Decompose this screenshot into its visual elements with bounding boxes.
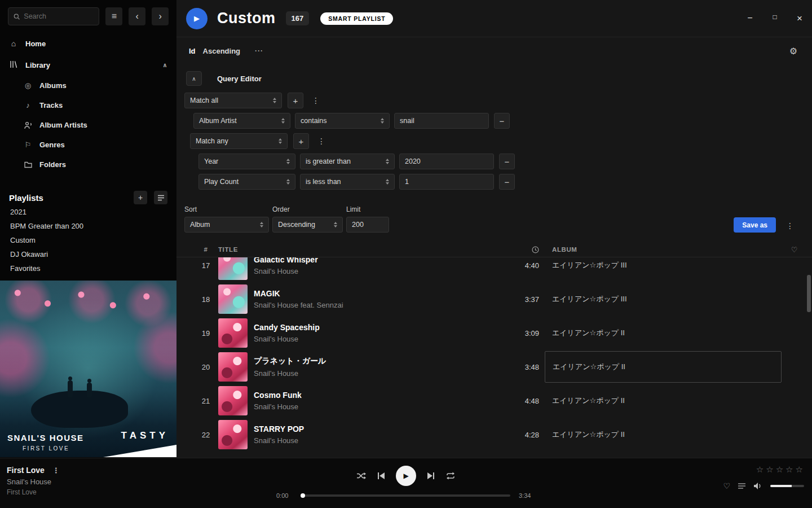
sort-options-row: Sort Album Order Descending Limit Save a… [176,205,812,233]
track-row[interactable]: 22 STARRY POP Snail's House 4:28 エイリアン☆ポ… [176,418,812,452]
rule-value-input[interactable] [394,113,489,129]
rule-operator-select[interactable]: is less than [300,174,395,190]
now-playing-album: First Love [7,488,60,496]
sidebar-item-genres[interactable]: ⚐ Genres [0,135,176,155]
track-row[interactable]: 17 Galactic Whisper Snail's House 4:40 エ… [176,257,812,282]
column-title[interactable]: TITLE [218,246,511,253]
add-rule-button[interactable]: + [293,133,309,149]
minimize-button[interactable]: − [744,13,756,24]
repeat-button[interactable] [445,472,456,480]
remove-rule-button[interactable]: − [494,113,510,129]
seek-bar[interactable] [302,494,510,497]
scrollbar-thumb[interactable] [807,275,811,312]
track-row[interactable]: 19 Candy Spaceship Snail's House 3:09 エイ… [176,316,812,350]
rule-operator-select[interactable]: is greater than [300,154,395,169]
column-album[interactable]: ALBUM [545,246,782,253]
group-menu-button[interactable]: ⋮ [308,96,323,105]
order-select[interactable]: Descending [272,217,343,233]
track-album-selected[interactable]: エイリアン☆ポップ II [545,351,782,383]
column-number[interactable]: # [193,246,218,253]
select-caret-icon [260,222,263,227]
search-input[interactable] [24,12,94,20]
maximize-button[interactable]: □ [769,13,780,24]
menu-button[interactable]: ≡ [105,7,122,25]
save-as-button[interactable]: Save as [734,217,776,233]
seek-handle[interactable] [301,493,305,498]
order-field-group: Order Descending [272,205,343,233]
rating-stars[interactable]: ☆☆☆☆☆ [755,465,804,475]
track-meta: Galactic Whisper Snail's House [248,257,511,275]
now-playing-album-art[interactable]: SNAIL'S HOUSE FIRST LOVE TASTY [0,281,176,457]
playlist-item-custom[interactable]: Custom [0,233,176,247]
sort-field[interactable]: Id [189,47,196,55]
add-rule-button[interactable]: + [288,93,303,108]
volume-slider[interactable] [770,485,804,487]
folders-label: Folders [39,160,66,169]
track-title: STARRY POP [254,424,511,433]
match-any-select[interactable]: Match any [190,133,288,149]
rule-value-input[interactable] [399,154,494,169]
track-menu-icon[interactable]: ⋮ [52,466,60,475]
nav-forward-button[interactable]: › [152,7,169,25]
playlist-item-dj-okawari[interactable]: DJ Okawari [0,247,176,261]
play-playlist-button[interactable]: ▶ [186,8,208,29]
remove-rule-button[interactable]: − [499,154,515,169]
track-title: プラネット・ガール [254,356,511,366]
group-menu-button[interactable]: ⋮ [314,137,329,146]
star-icon[interactable]: ☆ [765,465,774,474]
page-title: Custom [217,10,276,27]
star-icon[interactable]: ☆ [784,465,794,474]
sidebar-item-folders[interactable]: Folders [0,155,176,174]
playlist-list-button[interactable] [154,191,167,204]
playlist-item-2021[interactable]: 2021 [0,205,176,219]
sidebar-item-library[interactable]: Library ∧ [0,54,176,76]
nav-back-button[interactable]: ‹ [129,7,145,25]
sidebar-item-albums[interactable]: ◎ Albums [0,76,176,95]
track-row[interactable]: 18 MAGIK Snail's House feat. Sennzai 3:3… [176,282,812,316]
play-button[interactable]: ▶ [396,466,416,486]
track-row[interactable]: 20 プラネット・ガール Snail's House 3:48 エイリアン☆ポッ… [176,350,812,384]
track-count-badge: 167 [286,11,310,25]
favorite-column-icon[interactable]: ♡ [782,246,807,254]
rule-field-select[interactable]: Album Artist [193,113,290,129]
star-icon[interactable]: ☆ [795,465,804,474]
select-caret-icon [286,159,290,164]
sort-direction[interactable]: Ascending [203,47,240,55]
column-duration[interactable] [511,246,545,253]
limit-input[interactable] [346,217,389,233]
star-icon[interactable]: ☆ [775,465,784,474]
album-artists-label: Album Artists [39,121,87,129]
volume-icon[interactable] [753,482,763,490]
home-icon: ⌂ [9,39,18,48]
add-playlist-button[interactable]: + [134,191,147,204]
more-options-icon[interactable]: ⋯ [254,46,263,56]
previous-button[interactable] [377,472,385,480]
playlist-item-bpm[interactable]: BPM Greater than 200 [0,219,176,233]
track-row[interactable]: 21 Cosmo Funk Snail's House 4:48 エイリアン☆ポ… [176,384,812,418]
queue-icon[interactable] [738,483,746,489]
favorite-track-icon[interactable]: ♡ [723,481,730,491]
remove-rule-button[interactable]: − [499,174,515,190]
save-menu-button[interactable]: ⋮ [783,221,797,230]
previous-icon [377,472,385,480]
track-album: エイリアン☆ポップ II [545,384,782,418]
close-button[interactable]: × [794,13,805,24]
rule-field-select[interactable]: Year [198,154,295,169]
sidebar-item-tracks[interactable]: ♪ Tracks [0,95,176,115]
gear-icon[interactable]: ⚙ [789,46,797,56]
sort-select[interactable]: Album [184,217,269,233]
playlist-item-favorites[interactable]: Favorites [0,261,176,275]
sidebar-item-album-artists[interactable]: Album Artists [0,115,176,135]
next-button[interactable] [427,472,435,480]
rule-value-input[interactable] [399,174,494,190]
track-artist: Snail's House [254,267,511,275]
star-icon[interactable]: ☆ [755,465,765,474]
shuffle-button[interactable] [356,472,367,480]
collapse-query-editor-button[interactable]: ∧ [186,71,202,86]
rule-operator-select[interactable]: contains [295,113,390,129]
search-box[interactable] [8,7,99,25]
sidebar-item-home[interactable]: ⌂ Home [0,33,176,54]
elapsed-time: 0:00 [276,492,293,499]
match-all-select[interactable]: Match all [184,93,282,108]
rule-field-select[interactable]: Play Count [198,174,295,190]
